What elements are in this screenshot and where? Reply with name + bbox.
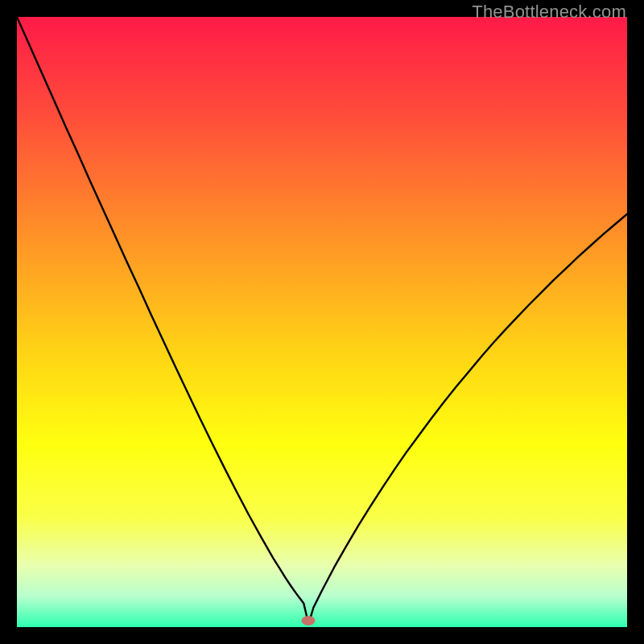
gradient-background xyxy=(17,17,627,627)
optimum-marker xyxy=(302,616,316,625)
chart-frame xyxy=(17,17,627,627)
watermark-text: TheBottleneck.com xyxy=(472,2,626,23)
bottleneck-curve-chart xyxy=(17,17,627,627)
